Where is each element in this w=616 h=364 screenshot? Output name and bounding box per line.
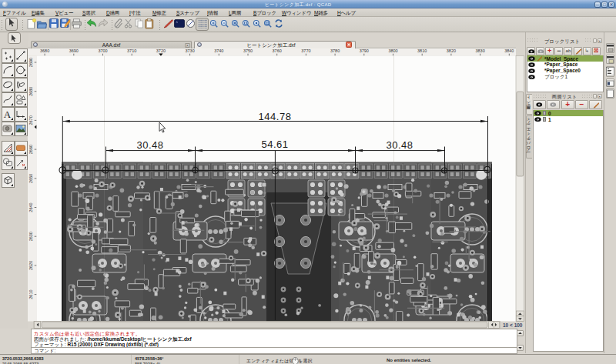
svg-text:54.61: 54.61 [261, 139, 288, 150]
svg-text:3820: 3820 [447, 48, 456, 53]
svg-text:2690: 2690 [28, 58, 33, 67]
svg-text:3800: 3800 [388, 48, 397, 53]
svg-text:2650: 2650 [28, 174, 33, 183]
svg-text:2670: 2670 [28, 115, 33, 125]
svg-text:2620: 2620 [28, 261, 33, 270]
svg-text:2680: 2680 [28, 87, 33, 96]
svg-text:3830: 3830 [475, 48, 484, 53]
svg-text:3840: 3840 [504, 48, 514, 53]
svg-text:2640: 2640 [28, 202, 33, 212]
svg-text:2660: 2660 [28, 145, 33, 154]
svg-text:3810: 3810 [417, 48, 427, 53]
svg-text:30.48: 30.48 [386, 139, 413, 151]
svg-text:144.78: 144.78 [259, 111, 292, 122]
svg-text:2630: 2630 [28, 232, 33, 241]
svg-text:30.48: 30.48 [136, 139, 163, 151]
svg-text:10 < 100: 10 < 100 [503, 322, 523, 328]
svg-text:2610: 2610 [28, 289, 33, 299]
svg-text:3790: 3790 [360, 48, 369, 53]
